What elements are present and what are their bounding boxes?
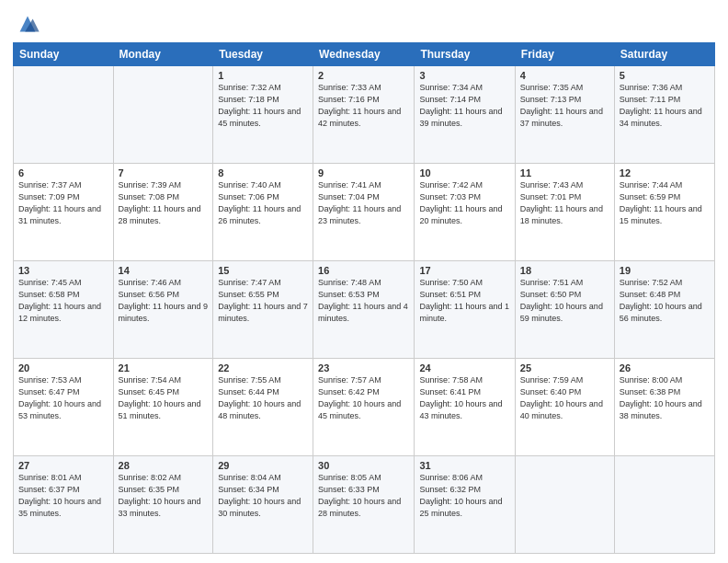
day-info: Sunrise: 7:59 AM Sunset: 6:40 PM Dayligh…	[520, 374, 609, 422]
calendar-cell	[113, 66, 213, 164]
calendar-cell: 26Sunrise: 8:00 AM Sunset: 6:38 PM Dayli…	[614, 359, 714, 456]
calendar-cell	[515, 456, 614, 554]
calendar-cell: 3Sunrise: 7:34 AM Sunset: 7:14 PM Daylig…	[415, 66, 515, 164]
day-number: 12	[620, 167, 710, 178]
day-info: Sunrise: 8:05 AM Sunset: 6:33 PM Dayligh…	[318, 472, 409, 520]
day-info: Sunrise: 7:53 AM Sunset: 6:47 PM Dayligh…	[18, 374, 108, 422]
calendar-week-row: 27Sunrise: 8:01 AM Sunset: 6:37 PM Dayli…	[14, 456, 715, 554]
day-info: Sunrise: 8:01 AM Sunset: 6:37 PM Dayligh…	[18, 472, 108, 520]
day-info: Sunrise: 7:42 AM Sunset: 7:03 PM Dayligh…	[419, 179, 509, 227]
day-number: 19	[620, 265, 710, 276]
day-number: 31	[419, 460, 509, 471]
day-info: Sunrise: 7:55 AM Sunset: 6:44 PM Dayligh…	[218, 374, 308, 422]
logo	[13, 13, 40, 37]
calendar-cell: 25Sunrise: 7:59 AM Sunset: 6:40 PM Dayli…	[515, 359, 614, 456]
day-number: 3	[419, 70, 509, 81]
calendar-cell	[614, 456, 714, 554]
day-number: 28	[119, 460, 209, 471]
day-info: Sunrise: 8:00 AM Sunset: 6:38 PM Dayligh…	[620, 374, 710, 422]
calendar-cell: 27Sunrise: 8:01 AM Sunset: 6:37 PM Dayli…	[14, 456, 114, 554]
day-info: Sunrise: 7:50 AM Sunset: 6:51 PM Dayligh…	[419, 277, 509, 325]
day-number: 6	[18, 167, 108, 178]
day-number: 16	[318, 265, 409, 276]
day-info: Sunrise: 8:06 AM Sunset: 6:32 PM Dayligh…	[419, 472, 509, 520]
calendar-week-row: 1Sunrise: 7:32 AM Sunset: 7:18 PM Daylig…	[14, 66, 715, 164]
calendar-week-row: 6Sunrise: 7:37 AM Sunset: 7:09 PM Daylig…	[14, 164, 715, 261]
day-info: Sunrise: 7:51 AM Sunset: 6:50 PM Dayligh…	[520, 277, 609, 325]
day-info: Sunrise: 8:02 AM Sunset: 6:35 PM Dayligh…	[119, 472, 209, 520]
day-info: Sunrise: 7:52 AM Sunset: 6:48 PM Dayligh…	[620, 277, 710, 325]
calendar-cell: 1Sunrise: 7:32 AM Sunset: 7:18 PM Daylig…	[213, 66, 313, 164]
day-number: 21	[119, 362, 209, 373]
calendar-cell	[14, 66, 114, 164]
calendar-cell: 16Sunrise: 7:48 AM Sunset: 6:53 PM Dayli…	[313, 261, 415, 359]
header	[13, 9, 715, 37]
day-info: Sunrise: 7:34 AM Sunset: 7:14 PM Dayligh…	[419, 82, 509, 130]
calendar-cell: 8Sunrise: 7:40 AM Sunset: 7:06 PM Daylig…	[213, 164, 313, 261]
calendar-cell: 13Sunrise: 7:45 AM Sunset: 6:58 PM Dayli…	[14, 261, 114, 359]
day-info: Sunrise: 7:37 AM Sunset: 7:09 PM Dayligh…	[18, 179, 108, 227]
day-info: Sunrise: 8:04 AM Sunset: 6:34 PM Dayligh…	[218, 472, 308, 520]
logo-icon	[15, 11, 40, 37]
day-number: 7	[119, 167, 209, 178]
calendar-cell: 14Sunrise: 7:46 AM Sunset: 6:56 PM Dayli…	[113, 261, 213, 359]
calendar-cell: 20Sunrise: 7:53 AM Sunset: 6:47 PM Dayli…	[14, 359, 114, 456]
day-info: Sunrise: 7:47 AM Sunset: 6:55 PM Dayligh…	[218, 277, 308, 325]
day-number: 15	[218, 265, 308, 276]
calendar-cell: 11Sunrise: 7:43 AM Sunset: 7:01 PM Dayli…	[515, 164, 614, 261]
calendar-cell: 31Sunrise: 8:06 AM Sunset: 6:32 PM Dayli…	[415, 456, 515, 554]
day-info: Sunrise: 7:45 AM Sunset: 6:58 PM Dayligh…	[18, 277, 108, 325]
day-number: 30	[318, 460, 409, 471]
day-info: Sunrise: 7:36 AM Sunset: 7:11 PM Dayligh…	[620, 82, 710, 130]
calendar-cell: 24Sunrise: 7:58 AM Sunset: 6:41 PM Dayli…	[415, 359, 515, 456]
day-number: 10	[419, 167, 509, 178]
weekday-header-cell: Saturday	[614, 43, 714, 66]
day-info: Sunrise: 7:46 AM Sunset: 6:56 PM Dayligh…	[119, 277, 209, 325]
day-number: 14	[119, 265, 209, 276]
day-info: Sunrise: 7:57 AM Sunset: 6:42 PM Dayligh…	[318, 374, 409, 422]
day-info: Sunrise: 7:48 AM Sunset: 6:53 PM Dayligh…	[318, 277, 409, 325]
calendar-cell: 4Sunrise: 7:35 AM Sunset: 7:13 PM Daylig…	[515, 66, 614, 164]
day-info: Sunrise: 7:33 AM Sunset: 7:16 PM Dayligh…	[318, 82, 409, 130]
weekday-header-cell: Wednesday	[313, 43, 415, 66]
day-number: 4	[520, 70, 609, 81]
day-number: 11	[520, 167, 609, 178]
calendar-cell: 5Sunrise: 7:36 AM Sunset: 7:11 PM Daylig…	[614, 66, 714, 164]
calendar-cell: 21Sunrise: 7:54 AM Sunset: 6:45 PM Dayli…	[113, 359, 213, 456]
day-number: 13	[18, 265, 108, 276]
day-number: 23	[318, 362, 409, 373]
day-info: Sunrise: 7:40 AM Sunset: 7:06 PM Dayligh…	[218, 179, 308, 227]
calendar-cell: 18Sunrise: 7:51 AM Sunset: 6:50 PM Dayli…	[515, 261, 614, 359]
day-info: Sunrise: 7:54 AM Sunset: 6:45 PM Dayligh…	[119, 374, 209, 422]
day-number: 25	[520, 362, 609, 373]
day-number: 5	[620, 70, 710, 81]
day-number: 24	[419, 362, 509, 373]
calendar-cell: 9Sunrise: 7:41 AM Sunset: 7:04 PM Daylig…	[313, 164, 415, 261]
calendar-cell: 29Sunrise: 8:04 AM Sunset: 6:34 PM Dayli…	[213, 456, 313, 554]
calendar-cell: 19Sunrise: 7:52 AM Sunset: 6:48 PM Dayli…	[614, 261, 714, 359]
calendar-cell: 23Sunrise: 7:57 AM Sunset: 6:42 PM Dayli…	[313, 359, 415, 456]
calendar-cell: 22Sunrise: 7:55 AM Sunset: 6:44 PM Dayli…	[213, 359, 313, 456]
calendar-cell: 30Sunrise: 8:05 AM Sunset: 6:33 PM Dayli…	[313, 456, 415, 554]
calendar-body: 1Sunrise: 7:32 AM Sunset: 7:18 PM Daylig…	[14, 66, 715, 554]
day-info: Sunrise: 7:43 AM Sunset: 7:01 PM Dayligh…	[520, 179, 609, 227]
calendar-cell: 28Sunrise: 8:02 AM Sunset: 6:35 PM Dayli…	[113, 456, 213, 554]
day-info: Sunrise: 7:32 AM Sunset: 7:18 PM Dayligh…	[218, 82, 308, 130]
day-number: 26	[620, 362, 710, 373]
calendar-week-row: 20Sunrise: 7:53 AM Sunset: 6:47 PM Dayli…	[14, 359, 715, 456]
day-number: 20	[18, 362, 108, 373]
calendar-cell: 17Sunrise: 7:50 AM Sunset: 6:51 PM Dayli…	[415, 261, 515, 359]
calendar-week-row: 13Sunrise: 7:45 AM Sunset: 6:58 PM Dayli…	[14, 261, 715, 359]
day-number: 18	[520, 265, 609, 276]
day-info: Sunrise: 7:44 AM Sunset: 6:59 PM Dayligh…	[620, 179, 710, 227]
weekday-header-cell: Tuesday	[213, 43, 313, 66]
calendar-cell: 2Sunrise: 7:33 AM Sunset: 7:16 PM Daylig…	[313, 66, 415, 164]
day-info: Sunrise: 7:35 AM Sunset: 7:13 PM Dayligh…	[520, 82, 609, 130]
calendar-cell: 10Sunrise: 7:42 AM Sunset: 7:03 PM Dayli…	[415, 164, 515, 261]
day-number: 29	[218, 460, 308, 471]
calendar-table: SundayMondayTuesdayWednesdayThursdayFrid…	[13, 42, 715, 554]
day-info: Sunrise: 7:58 AM Sunset: 6:41 PM Dayligh…	[419, 374, 509, 422]
day-number: 22	[218, 362, 308, 373]
weekday-header-cell: Sunday	[14, 43, 114, 66]
day-number: 1	[218, 70, 308, 81]
